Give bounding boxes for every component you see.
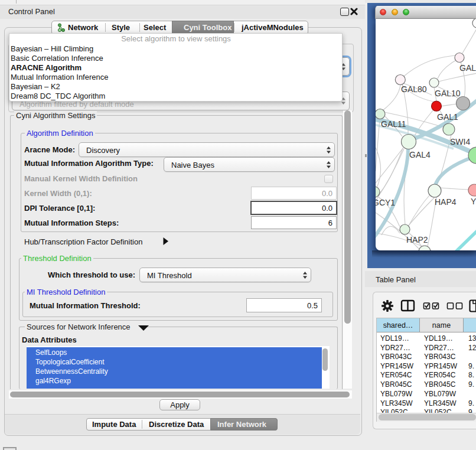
svg-text:HAP2: HAP2: [406, 235, 428, 244]
svg-text:GAL1: GAL1: [437, 112, 458, 122]
svg-text:GAL80: GAL80: [401, 84, 427, 94]
svg-text:GAL10: GAL10: [435, 89, 461, 98]
svg-text:SWI4: SWI4: [450, 137, 470, 146]
svg-text:GAL7: GAL7: [459, 63, 476, 73]
svg-text:GCY1: GCY1: [376, 198, 395, 207]
svg-text:GAL11: GAL11: [381, 119, 406, 129]
svg-text:YJ: YJ: [471, 197, 476, 206]
svg-text:GAL4: GAL4: [409, 150, 431, 159]
svg-text:HAP4: HAP4: [435, 197, 457, 207]
